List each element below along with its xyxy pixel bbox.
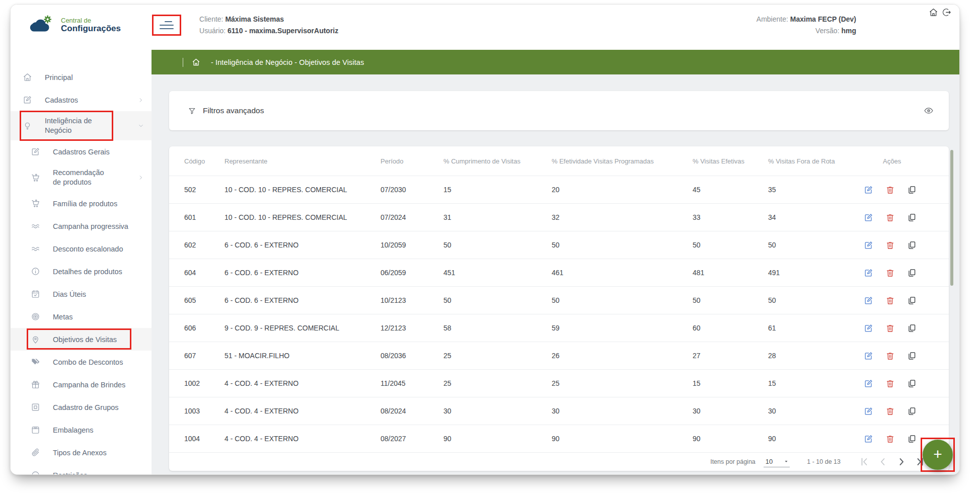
cell-periodo: 08/2036 — [381, 352, 443, 360]
sidebar-item-inteligencia-de-negocio[interactable]: Inteligência de Negócio — [11, 111, 152, 140]
cell-periodo: 11/2045 — [381, 379, 443, 387]
cell-cumprimento: 30 — [443, 407, 552, 415]
logo-line2: Configurações — [61, 24, 121, 33]
logout-icon[interactable] — [942, 8, 951, 17]
table-row: 601 10 - COD. 10 - REPRES. COMERCIAL 07/… — [169, 203, 949, 231]
advanced-filters-panel[interactable]: Filtros avançados — [169, 91, 949, 130]
cell-efetivas: 45 — [693, 186, 768, 194]
sidebar-item-familia-de-produtos[interactable]: Família de produtos — [11, 192, 152, 215]
cell-representante: 10 - COD. 10 - REPRES. COMERCIAL — [224, 186, 381, 194]
sidebar-toggle-button[interactable] — [152, 15, 181, 36]
cell-efetivas: 50 — [693, 296, 768, 304]
copy-icon[interactable] — [907, 434, 917, 444]
cell-representante: 10 - COD. 10 - REPRES. COMERCIAL — [224, 213, 381, 221]
breadcrumb-separator — [183, 58, 183, 67]
edit-icon[interactable] — [864, 240, 873, 250]
cell-efetivas: 27 — [693, 352, 768, 360]
edit-icon[interactable] — [864, 434, 873, 444]
items-per-page-select[interactable]: 10 — [764, 457, 790, 467]
delete-icon[interactable] — [885, 434, 895, 444]
copy-icon[interactable] — [907, 351, 917, 361]
user-label: Usuário: — [199, 27, 225, 35]
sidebar-item-dias-uteis[interactable]: Dias Úteis — [11, 283, 152, 305]
delete-icon[interactable] — [885, 213, 895, 222]
cell-codigo: 606 — [184, 324, 224, 332]
edit-icon[interactable] — [864, 213, 873, 222]
add-button[interactable]: + — [923, 440, 953, 470]
table-row: 607 51 - MOACIR.FILHO 08/2036 25 26 27 2… — [169, 342, 949, 369]
chevron-right-icon — [137, 97, 144, 104]
sidebar-item-objetivos-de-visitas[interactable]: Objetivos de Visitas — [11, 328, 152, 351]
cell-codigo: 607 — [184, 352, 224, 360]
items-per-page-label: Itens por página — [710, 458, 756, 465]
main-area: - Inteligência de Negócio - Objetivos de… — [152, 46, 959, 474]
delete-icon[interactable] — [885, 185, 895, 195]
clip-icon — [31, 448, 40, 457]
sidebar-item-principal[interactable]: Principal — [11, 66, 152, 89]
table-header: Código Representante Período % Cumprimen… — [169, 146, 949, 176]
cell-efetividade: 20 — [552, 186, 693, 194]
edit-icon[interactable] — [864, 323, 873, 333]
copy-icon[interactable] — [907, 379, 917, 388]
delete-icon[interactable] — [885, 268, 895, 278]
delete-icon[interactable] — [885, 323, 895, 333]
edit-icon[interactable] — [864, 351, 873, 361]
first-page-button[interactable] — [858, 456, 870, 468]
scrollbar-thumb[interactable] — [950, 150, 953, 286]
cell-representante: 6 - COD. 6 - EXTERNO — [224, 269, 381, 277]
table-row: 1004 4 - COD. 4 - EXTERNO 08/2027 90 90 … — [169, 425, 949, 452]
copy-icon[interactable] — [907, 240, 917, 250]
sidebar-item-campanha-progressiva[interactable]: Campanha progressiva — [11, 215, 152, 237]
edit-icon[interactable] — [864, 296, 873, 305]
sidebar-item-detalhes-de-produtos[interactable]: Detalhes de produtos — [11, 260, 152, 283]
col-representante: Representante — [224, 157, 381, 165]
table-row: 1002 4 - COD. 4 - EXTERNO 11/2045 25 25 … — [169, 369, 949, 397]
delete-icon[interactable] — [885, 296, 895, 305]
copy-icon[interactable] — [907, 185, 917, 195]
cell-codigo: 602 — [184, 241, 224, 249]
sidebar: Principal Cadastros Inteligência de Negó… — [11, 46, 152, 474]
copy-icon[interactable] — [907, 296, 917, 305]
col-periodo: Período — [381, 157, 443, 165]
delete-icon[interactable] — [885, 351, 895, 361]
package-icon — [31, 425, 40, 435]
prev-page-button[interactable] — [877, 456, 889, 468]
sidebar-item-combo-de-descontos[interactable]: Combo de Descontos — [11, 351, 152, 373]
cell-efetivas: 50 — [693, 241, 768, 249]
edit-icon[interactable] — [864, 268, 873, 278]
sidebar-item-desconto-escalonado[interactable]: Desconto escalonado — [11, 237, 152, 260]
sidebar-item-restricoes[interactable]: Restrições — [11, 464, 152, 474]
cell-fora-rota: 491 — [768, 269, 859, 277]
cell-codigo: 1002 — [184, 379, 224, 387]
sidebar-item-recomendacao-de-produtos[interactable]: Recomendação de produtos — [11, 163, 152, 192]
sidebar-item-tipos-de-anexos[interactable]: Tipos de Anexos — [11, 441, 152, 464]
col-efetivas: % Visitas Efetivas — [693, 157, 768, 165]
sidebar-item-campanha-de-brindes[interactable]: Campanha de Brindes — [11, 373, 152, 396]
breadcrumb-home-icon[interactable] — [192, 58, 200, 66]
delete-icon[interactable] — [885, 406, 895, 416]
sidebar-item-cadastros[interactable]: Cadastros — [11, 89, 152, 111]
eye-icon[interactable] — [924, 106, 934, 116]
home-icon[interactable] — [929, 8, 938, 17]
edit-icon[interactable] — [864, 185, 873, 195]
table-row: 606 9 - COD. 9 - REPRES. COMERCIAL 12/21… — [169, 314, 949, 342]
cell-codigo: 1004 — [184, 435, 224, 443]
delete-icon[interactable] — [885, 240, 895, 250]
copy-icon[interactable] — [907, 268, 917, 278]
copy-icon[interactable] — [907, 213, 917, 222]
cell-representante: 4 - COD. 4 - EXTERNO — [224, 407, 381, 415]
delete-icon[interactable] — [885, 379, 895, 388]
sidebar-item-cadastro-de-grupos[interactable]: Cadastro de Grupos — [11, 396, 152, 419]
sidebar-item-cadastros-gerais[interactable]: Cadastros Gerais — [11, 140, 152, 163]
copy-icon[interactable] — [907, 406, 917, 416]
cell-efetividade: 50 — [552, 296, 693, 304]
version-value: hmg — [841, 27, 856, 35]
sidebar-item-metas[interactable]: Metas — [11, 305, 152, 328]
edit-icon[interactable] — [864, 379, 873, 388]
cell-representante: 4 - COD. 4 - EXTERNO — [224, 435, 381, 443]
sidebar-item-embalagens[interactable]: Embalagens — [11, 419, 152, 441]
edit-square-icon — [23, 95, 32, 105]
edit-icon[interactable] — [864, 406, 873, 416]
next-page-button[interactable] — [895, 456, 908, 468]
copy-icon[interactable] — [907, 323, 917, 333]
